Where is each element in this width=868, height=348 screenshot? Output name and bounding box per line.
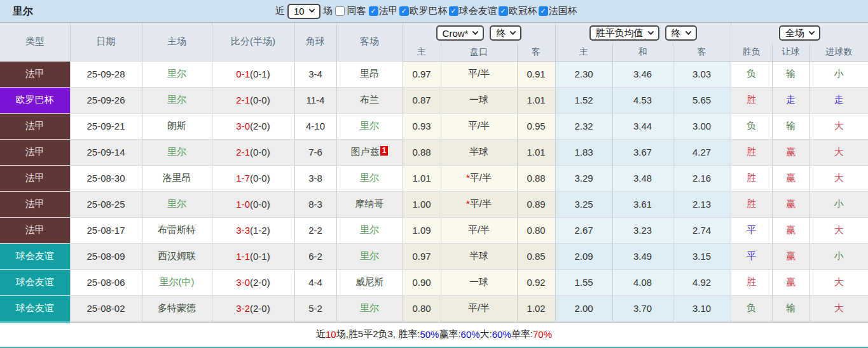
recent-count-select[interactable]: 10 — [287, 4, 320, 19]
score-cell[interactable]: 3-2(2-0) — [212, 295, 294, 321]
away-team-name[interactable]: 布兰 — [360, 94, 379, 105]
halftime-score: (0-0) — [250, 147, 270, 157]
home-team-name[interactable]: 里尔 — [167, 94, 186, 105]
home-team-name[interactable]: 布雷斯特 — [158, 224, 196, 235]
home-team-name[interactable]: 西汉姆联 — [158, 250, 196, 261]
mean-home-cell: 1.83 — [555, 139, 612, 165]
filter-controls: 近 10 场 同客 ✓法甲✓欧罗巴杯✓球会友谊✓欧冠杯✓法国杯 — [275, 0, 581, 22]
corner-cell: 4-4 — [294, 269, 336, 295]
match-rows: 法甲25-09-28里尔0-1(0-1)3-4里昂0.97平/半0.912.30… — [0, 61, 868, 321]
mean-time-select[interactable]: 终 — [665, 25, 697, 41]
league-filters: ✓法甲✓欧罗巴杯✓球会友谊✓欧冠杯✓法国杯 — [369, 5, 579, 17]
home-team-cell[interactable]: 里尔 — [142, 139, 212, 165]
home-team-name[interactable]: 里尔(中) — [160, 276, 195, 287]
away-team-name[interactable]: 图卢兹 — [351, 146, 380, 157]
league-checkbox[interactable]: ✓ — [369, 6, 378, 16]
away-team-name[interactable]: 里尔 — [360, 224, 379, 235]
handicap-cell: *平/半 — [441, 165, 517, 191]
header-mean-away: 客 — [673, 43, 731, 61]
result-cell: 胜 — [731, 269, 772, 295]
home-team-name[interactable]: 里尔 — [167, 198, 186, 209]
away-team-cell[interactable]: 威尼斯 — [336, 269, 403, 295]
home-team-cell[interactable]: 里尔 — [142, 191, 212, 217]
score-cell[interactable]: 3-0(2-0) — [212, 113, 294, 139]
halftime-score: (2-0) — [250, 121, 270, 131]
home-team-cell[interactable]: 朗斯 — [142, 113, 212, 139]
away-team-cell[interactable]: 里尔 — [336, 243, 403, 269]
handicap-result-cell: 赢 — [772, 191, 809, 217]
fulltime-score: 1-1 — [236, 251, 250, 262]
score-cell[interactable]: 2-1(0-0) — [212, 139, 294, 165]
away-team-cell[interactable]: 里尔 — [336, 165, 403, 191]
odds-time-select[interactable]: 终 — [490, 25, 521, 41]
home-team-cell[interactable]: 里尔 — [142, 87, 212, 113]
score-cell[interactable]: 3-0(2-0) — [212, 269, 294, 295]
date-cell: 25-08-30 — [70, 165, 142, 191]
home-team-name[interactable]: 里尔 — [167, 146, 186, 157]
away-team-cell[interactable]: 布兰 — [336, 87, 403, 113]
home-team-cell[interactable]: 洛里昂 — [142, 165, 212, 191]
odds-home-cell: 0.87 — [403, 87, 441, 113]
handicap-text: 一球 — [469, 276, 488, 287]
date-cell: 25-09-14 — [70, 139, 142, 165]
away-team-cell[interactable]: 里尔 — [336, 113, 403, 139]
mean-draw-cell: 3.46 — [612, 61, 673, 87]
odds-home-cell: 0.90 — [403, 269, 441, 295]
home-team-cell[interactable]: 里尔(中) — [142, 269, 212, 295]
away-team-name[interactable]: 摩纳哥 — [355, 198, 384, 209]
mean-home-cell: 2.00 — [555, 295, 612, 321]
home-team-name[interactable]: 朗斯 — [167, 120, 186, 131]
mean-away-cell: 3.15 — [673, 243, 731, 269]
away-team-cell[interactable]: 里尔 — [336, 295, 403, 321]
away-team-name[interactable]: 里尔 — [360, 120, 379, 131]
mean-home-cell: 3.29 — [555, 165, 612, 191]
score-cell[interactable]: 1-0(0-0) — [212, 191, 294, 217]
mean-draw-cell: 3.67 — [612, 139, 673, 165]
chevron-down-icon — [647, 29, 654, 35]
away-team-name[interactable]: 里昂 — [360, 68, 379, 79]
result-cell: 胜 — [731, 139, 772, 165]
handicap-text: 半球 — [469, 250, 488, 261]
goals-result-cell: 小 — [809, 191, 868, 217]
away-team-name[interactable]: 里尔 — [360, 172, 379, 183]
league-checkbox[interactable]: ✓ — [499, 6, 508, 16]
home-team-cell[interactable]: 布雷斯特 — [142, 217, 212, 243]
scope-select[interactable]: 全场 — [779, 25, 820, 41]
odds-away-cell: 0.80 — [517, 217, 555, 243]
league-checkbox[interactable]: ✓ — [399, 6, 409, 16]
summary-segment: 60% — [461, 329, 480, 340]
handicap-cell: 半球 — [441, 243, 517, 269]
header-handicap-result: 让球 — [772, 43, 809, 61]
odds-away-cell: 0.91 — [517, 61, 555, 87]
home-team-name[interactable]: 洛里昂 — [163, 172, 191, 183]
handicap-cell: 平/半 — [441, 295, 517, 321]
score-cell[interactable]: 2-1(0-0) — [212, 87, 294, 113]
home-team-name[interactable]: 多特蒙德 — [158, 302, 196, 313]
home-team-name[interactable]: 里尔 — [167, 68, 186, 79]
league-checkbox[interactable]: ✓ — [539, 6, 548, 16]
away-team-name[interactable]: 威尼斯 — [355, 276, 384, 287]
handicap-result-cell: 赢 — [772, 269, 809, 295]
mean-type-select[interactable]: 胜平负均值 — [589, 25, 659, 41]
header-mean-draw: 和 — [612, 43, 673, 61]
away-team-cell[interactable]: 图卢兹1 — [336, 139, 403, 165]
away-team-name[interactable]: 里尔 — [360, 250, 379, 261]
home-team-cell[interactable]: 里尔 — [142, 61, 212, 87]
same-venue-checkbox[interactable] — [335, 6, 345, 16]
mean-home-cell: 2.09 — [555, 243, 612, 269]
league-checkbox[interactable]: ✓ — [449, 6, 458, 16]
away-team-cell[interactable]: 里尔 — [336, 217, 403, 243]
mean-draw-cell: 3.49 — [612, 243, 673, 269]
home-team-cell[interactable]: 西汉姆联 — [142, 243, 212, 269]
score-cell[interactable]: 0-1(0-1) — [212, 61, 294, 87]
away-team-cell[interactable]: 里昂 — [336, 61, 403, 87]
corner-cell: 3-8 — [294, 165, 336, 191]
bookmaker-select[interactable]: Crow* — [436, 25, 485, 41]
home-team-cell[interactable]: 多特蒙德 — [142, 295, 212, 321]
away-team-cell[interactable]: 摩纳哥 — [336, 191, 403, 217]
away-team-name[interactable]: 里尔 — [360, 302, 379, 313]
score-cell[interactable]: 1-1(0-1) — [212, 243, 294, 269]
corner-cell: 2-2 — [294, 217, 336, 243]
score-cell[interactable]: 1-7(0-0) — [212, 165, 294, 191]
score-cell[interactable]: 3-3(1-2) — [212, 217, 294, 243]
